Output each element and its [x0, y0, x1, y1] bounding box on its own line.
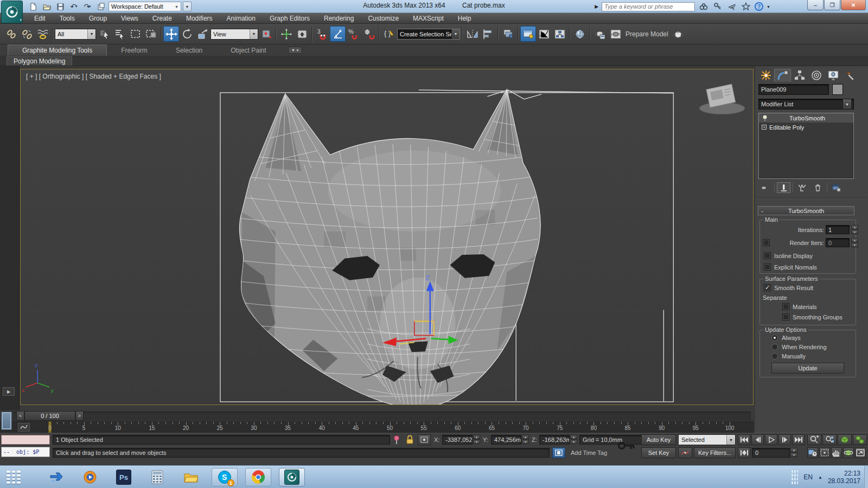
previous-frame-button[interactable]	[751, 434, 764, 445]
stack-item-editable-poly[interactable]: + Editable Poly	[759, 123, 853, 132]
snaps-toggle-button[interactable]: 3	[314, 26, 330, 42]
ribbon-tab-graphite-modeling-tools[interactable]: Graphite Modeling Tools	[8, 44, 107, 56]
select-and-scale-button[interactable]	[195, 26, 210, 42]
set-key-big-icon[interactable]	[617, 439, 637, 453]
selection-lock-toggle[interactable]	[406, 435, 414, 445]
explicit-normals-checkbox[interactable]	[764, 264, 771, 271]
taskbar-app-explorer[interactable]	[178, 468, 204, 486]
key-mode-combo[interactable]: Selected ▼	[678, 434, 736, 445]
viewport-label[interactable]: [ + ] [ Orthographic ] [ Shaded + Edged …	[26, 73, 161, 80]
menu-maxscript[interactable]: MAXScript	[406, 15, 451, 22]
layer-manager-button[interactable]	[500, 26, 516, 42]
ribbon-tab-object-paint[interactable]: Object Paint	[216, 45, 280, 56]
keyword-search-input[interactable]	[602, 2, 695, 11]
select-by-name-button[interactable]	[112, 26, 127, 42]
start-button[interactable]	[7, 471, 21, 484]
key-mode-toggle-button[interactable]	[738, 447, 750, 458]
iterations-spinner[interactable]: ▲▼	[851, 225, 858, 234]
field-of-view-button[interactable]	[819, 447, 830, 458]
render-iters-checkbox[interactable]	[763, 239, 770, 246]
modifier-list-arrow-icon[interactable]: ▼	[843, 99, 851, 109]
taskbar-app-calculator[interactable]	[144, 468, 170, 486]
curve-editor-button[interactable]	[536, 26, 552, 42]
z-coordinate-field[interactable]: -168,263m	[539, 435, 570, 445]
pan-view-button[interactable]	[831, 447, 842, 458]
turbosmooth-rollout-header[interactable]: - TurboSmooth	[758, 206, 854, 215]
play-animation-button[interactable]	[765, 434, 777, 445]
absolute-offset-mode-toggle[interactable]	[418, 434, 431, 445]
tab-modify[interactable]	[774, 69, 791, 82]
zoom-extents-all-button[interactable]	[853, 434, 867, 445]
stack-item-turbosmooth[interactable]: TurboSmooth	[759, 113, 853, 123]
named-selection-arrow-icon[interactable]: ▼	[451, 29, 459, 39]
workspace-flyout-button[interactable]: ▼	[183, 2, 192, 11]
select-and-manipulate-button[interactable]	[278, 26, 294, 42]
menu-help[interactable]: Help	[451, 15, 478, 22]
spin-up-icon[interactable]: ▲	[522, 435, 529, 439]
keyboard-shortcut-override-button[interactable]	[294, 26, 310, 42]
restore-button[interactable]: ❐	[824, 0, 840, 10]
minimize-button[interactable]: –	[807, 0, 824, 10]
rollout-collapse-icon[interactable]: -	[758, 208, 766, 214]
spin-down-icon[interactable]: ▼	[851, 230, 858, 234]
update-when-rendering-radio[interactable]	[771, 344, 778, 350]
spin-up-icon[interactable]: ▲	[473, 435, 480, 439]
key-filters-curve-button[interactable]	[678, 447, 692, 458]
spin-down-icon[interactable]: ▼	[851, 243, 858, 247]
named-selection-set-combo[interactable]: Create Selection Se ▼	[397, 29, 460, 40]
tab-motion[interactable]	[808, 69, 825, 82]
zoom-extents-button[interactable]	[838, 434, 852, 445]
ribbon-tab-freeform[interactable]: Freeform	[107, 45, 162, 56]
isolate-selection-toggle[interactable]	[393, 435, 400, 445]
spin-up-icon[interactable]: ▲	[851, 238, 858, 242]
show-desktop-button[interactable]	[864, 466, 868, 488]
redo-button[interactable]: ↷▾	[81, 1, 93, 12]
selection-filter-combo[interactable]: All ▼	[55, 29, 96, 40]
zoom-all-button[interactable]	[822, 434, 837, 445]
spin-down-icon[interactable]: ▼	[570, 440, 577, 444]
close-button[interactable]: ✕	[841, 0, 866, 10]
rendered-frame-window-button[interactable]	[608, 26, 623, 42]
make-unique-button[interactable]	[795, 182, 809, 193]
auto-key-button[interactable]: Auto Key	[641, 434, 676, 445]
rectangular-selection-region-button[interactable]	[127, 26, 143, 42]
time-slider-handle[interactable]: < 0 / 100 >	[16, 411, 84, 421]
y-coordinate-field[interactable]: 474,256mm	[491, 435, 521, 445]
frame-spinner[interactable]: ▲▼	[790, 448, 797, 458]
menu-rendering[interactable]: Rendering	[317, 15, 361, 22]
update-button[interactable]: Update	[771, 363, 844, 374]
viewport-orthographic[interactable]: [ + ] [ Orthographic ] [ Shaded + Edged …	[20, 69, 754, 405]
smooth-result-checkbox[interactable]: ✓	[764, 284, 771, 291]
taskbar-app-skype[interactable]: S 1	[212, 468, 238, 486]
spinner-snap-toggle-button[interactable]	[361, 26, 377, 42]
x-coordinate-field[interactable]: -3387,052	[442, 435, 473, 445]
open-mini-curve-editor-button[interactable]	[18, 423, 30, 432]
menu-customize[interactable]: Customize	[361, 15, 406, 22]
update-manually-radio[interactable]	[771, 353, 778, 359]
cat-head-mesh[interactable]	[238, 89, 540, 404]
workspace-combo[interactable]: Workspace: Default ▼	[108, 2, 181, 11]
spin-up-icon[interactable]: ▲	[851, 225, 858, 229]
taskbar-app-3dsmax[interactable]	[279, 468, 305, 486]
materials-checkbox[interactable]	[782, 303, 789, 310]
orbit-button[interactable]	[843, 447, 854, 458]
schematic-view-button[interactable]	[552, 26, 567, 42]
taskbar-app-transfer[interactable]	[43, 468, 69, 486]
maxscript-macro-recorder[interactable]	[1, 435, 50, 445]
communication-center-button[interactable]	[726, 2, 737, 11]
viewport-layout-button[interactable]	[1, 412, 12, 430]
set-key-button[interactable]: Set Key	[641, 447, 676, 458]
configure-modifier-sets-button[interactable]	[829, 182, 843, 193]
angle-snap-toggle-button[interactable]	[330, 26, 346, 42]
ribbon-tab-selection[interactable]: Selection	[162, 45, 216, 56]
time-slider-track[interactable]	[13, 412, 751, 420]
ribbon-minimize-button[interactable]: ▼ ▾	[288, 47, 302, 54]
time-tag-button[interactable]	[552, 447, 565, 458]
select-and-move-button[interactable]	[163, 26, 179, 42]
spin-down-icon[interactable]: ▼	[473, 440, 480, 444]
edit-named-selection-sets-button[interactable]: { }	[381, 26, 397, 42]
reference-coordinate-arrow-icon[interactable]: ▼	[250, 29, 258, 39]
key-filters-button[interactable]: Key Filters...	[694, 447, 736, 458]
menu-group[interactable]: Group	[82, 15, 114, 22]
reference-card-object[interactable]	[699, 84, 745, 114]
